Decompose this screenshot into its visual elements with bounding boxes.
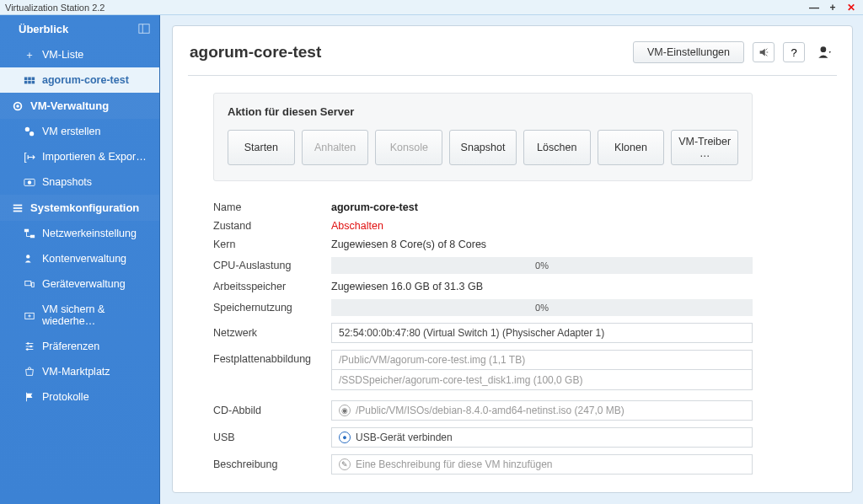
users-icon [24, 253, 35, 265]
mem-usage-bar: 0% [331, 299, 753, 316]
disk-image-2[interactable]: /SSDSpeicher/agorum-core-test_disk1.img … [331, 370, 753, 390]
minimize-icon[interactable]: — [809, 3, 819, 13]
svg-point-15 [29, 131, 34, 136]
svg-point-23 [26, 255, 29, 258]
svg-point-30 [27, 342, 29, 345]
label-disk: Festplattenabbildung [213, 350, 331, 365]
prefs-icon [24, 340, 35, 352]
sidebar-item-logs[interactable]: Protokolle [0, 384, 159, 410]
gear-icon [12, 100, 24, 112]
sidebar-item-prefs[interactable]: Präferenzen [0, 334, 159, 359]
label-network: Netzwerk [213, 327, 331, 339]
vm-tile-icon [24, 74, 35, 86]
sidebar-item-import-export[interactable]: [↦ Importieren & Expor… [0, 144, 159, 169]
value-name: agorum-core-test [331, 201, 753, 213]
cd-image-field[interactable]: ◉/Public/VM/ISOs/debian-8.4.0-amd64-neti… [331, 400, 753, 421]
sliders-icon [12, 202, 24, 214]
sidebar-section-sysconf[interactable]: Systemkonfiguration [0, 195, 159, 221]
svg-rect-8 [32, 78, 35, 81]
sidebar-item-accounts[interactable]: Kontenverwaltung [0, 246, 159, 271]
svg-point-13 [16, 105, 19, 108]
network-field[interactable]: 52:54:00:0b:47:80 (Virtual Switch 1) (Ph… [331, 323, 753, 343]
server-actions-panel: Aktion für diesen Server Starten Anhalte… [213, 93, 753, 181]
page-title: agorum-core-test [190, 43, 321, 62]
snapshot-icon [24, 176, 35, 188]
svg-rect-25 [32, 282, 35, 287]
import-export-icon: [↦ [24, 151, 35, 163]
store-icon [24, 366, 35, 378]
user-menu-icon[interactable] [813, 42, 835, 62]
start-button[interactable]: Starten [228, 130, 295, 165]
svg-rect-7 [28, 78, 31, 81]
usb-icon: ● [339, 432, 351, 443]
actions-title: Aktion für diesen Server [228, 105, 738, 118]
clone-button[interactable]: Klonen [598, 130, 665, 165]
pause-button: Anhalten [302, 130, 369, 165]
svg-point-32 [26, 348, 29, 351]
svg-rect-10 [28, 81, 31, 84]
sidebar-collapse-icon[interactable] [137, 22, 151, 35]
close-icon[interactable]: ✕ [846, 3, 856, 13]
svg-rect-4 [139, 24, 149, 34]
label-cd: CD-Abbild [213, 405, 331, 416]
console-button: Konsole [375, 130, 442, 165]
sidebar-item-vm-list[interactable]: ＋ VM-Liste [0, 42, 159, 67]
network-icon [24, 228, 35, 239]
delete-button[interactable]: Löschen [523, 130, 591, 165]
sidebar-item-snapshots[interactable]: Snapshots [0, 169, 159, 195]
sidebar-item-network[interactable]: Netzwerkeinstellung [0, 221, 159, 246]
backup-icon [24, 309, 35, 321]
flag-icon [24, 391, 35, 403]
label-core: Kern [213, 239, 331, 250]
svg-rect-9 [24, 81, 28, 84]
value-state: Abschalten [331, 220, 753, 232]
sidebar-item-marketplace[interactable]: VM-Marktplatz [0, 359, 159, 384]
plus-icon: ＋ [24, 49, 35, 61]
window-titlebar: Virtualization Station 2.2 — + ✕ [0, 0, 863, 15]
label-name: Name [213, 201, 331, 213]
sidebar-item-overview[interactable]: Überblick [0, 15, 159, 42]
maximize-icon[interactable]: + [828, 3, 838, 13]
sidebar-item-vm-create[interactable]: VM erstellen [0, 119, 159, 144]
sidebar-item-backup[interactable]: VM sichern & wiederhe… [0, 297, 159, 334]
value-mem-alloc: Zugewiesen 16.0 GB of 31.3 GB [331, 281, 753, 292]
vm-drivers-button[interactable]: VM-Treiber … [671, 130, 738, 165]
value-core: Zugewiesen 8 Core(s) of 8 Cores [331, 239, 753, 250]
sound-icon[interactable] [753, 42, 775, 62]
cpu-usage-bar: 0% [331, 257, 753, 274]
svg-rect-22 [30, 235, 35, 239]
devices-icon [24, 278, 35, 290]
sidebar-section-vm-mgmt[interactable]: VM-Verwaltung [0, 93, 159, 119]
svg-point-17 [28, 180, 31, 184]
svg-rect-6 [24, 78, 28, 81]
description-field[interactable]: ✎Eine Beschreibung für diese VM hinzufüg… [331, 454, 753, 475]
create-icon [24, 126, 35, 137]
usb-field[interactable]: ●USB-Gerät verbinden [331, 427, 753, 448]
svg-rect-24 [25, 281, 31, 286]
svg-point-34 [821, 46, 827, 52]
svg-point-14 [25, 127, 29, 131]
pencil-icon: ✎ [339, 458, 351, 470]
svg-rect-21 [24, 229, 29, 233]
svg-point-31 [29, 346, 32, 348]
snapshot-button[interactable]: Snapshot [449, 130, 517, 165]
label-usb: USB [213, 432, 331, 443]
window-title: Virtualization Station 2.2 [5, 3, 105, 13]
vm-settings-button[interactable]: VM-Einstellungen [633, 41, 744, 63]
help-icon[interactable]: ? [783, 42, 805, 62]
sidebar: Überblick ＋ VM-Liste agorum-core-test [0, 15, 160, 504]
sidebar-item-agorum-core-test[interactable]: agorum-core-test [0, 67, 159, 93]
label-state: Zustand [213, 220, 331, 232]
disk-image-1[interactable]: /Public/VM/agorum-core-test.img (1,1 TB) [331, 350, 753, 370]
svg-rect-11 [32, 81, 35, 84]
vm-details: Nameagorum-core-test ZustandAbschalten K… [213, 201, 753, 475]
label-mem-use: Speichernutzung [213, 302, 331, 314]
disc-icon: ◉ [339, 405, 351, 416]
label-desc: Beschreibung [213, 458, 331, 470]
label-mem-alloc: Arbeitsspeicher [213, 281, 331, 292]
label-cpu: CPU-Auslastung [213, 260, 331, 271]
sidebar-item-devices[interactable]: Geräteverwaltung [0, 271, 159, 297]
